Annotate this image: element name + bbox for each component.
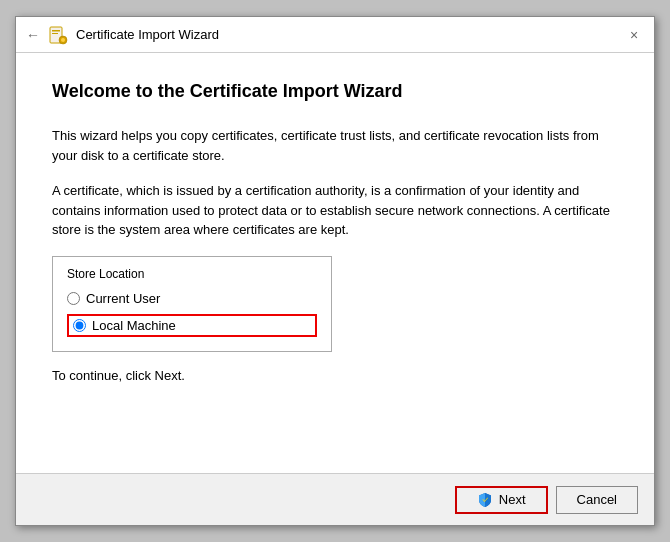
certificate-icon — [48, 25, 68, 45]
current-user-radio[interactable] — [67, 292, 80, 305]
local-machine-label[interactable]: Local Machine — [92, 318, 176, 333]
cancel-label: Cancel — [577, 492, 617, 507]
cancel-button[interactable]: Cancel — [556, 486, 638, 514]
current-user-label[interactable]: Current User — [86, 291, 160, 306]
title-bar: ← Certificate Import Wizard × — [16, 17, 654, 53]
title-bar-left: ← Certificate Import Wizard — [26, 25, 219, 45]
store-location-group: Store Location Current User Local Machin… — [52, 256, 332, 352]
wizard-window: ← Certificate Import Wizard × Welcome to… — [15, 16, 655, 526]
local-machine-option-highlighted[interactable]: Local Machine — [67, 314, 317, 337]
description-2: A certificate, which is issued by a cert… — [52, 181, 618, 240]
close-button[interactable]: × — [624, 25, 644, 45]
svg-rect-1 — [52, 30, 60, 32]
continue-text: To continue, click Next. — [52, 368, 618, 383]
back-button[interactable]: ← — [26, 27, 40, 43]
footer: Next Cancel — [16, 473, 654, 525]
wizard-content: Welcome to the Certificate Import Wizard… — [16, 53, 654, 473]
shield-icon — [477, 492, 493, 508]
current-user-option[interactable]: Current User — [67, 291, 317, 306]
wizard-heading: Welcome to the Certificate Import Wizard — [52, 81, 618, 102]
next-button[interactable]: Next — [455, 486, 548, 514]
svg-point-4 — [61, 38, 65, 42]
next-label: Next — [499, 492, 526, 507]
title-bar-title: Certificate Import Wizard — [76, 27, 219, 42]
store-location-label: Store Location — [67, 267, 317, 281]
local-machine-radio[interactable] — [73, 319, 86, 332]
description-1: This wizard helps you copy certificates,… — [52, 126, 618, 165]
svg-rect-2 — [52, 33, 58, 34]
